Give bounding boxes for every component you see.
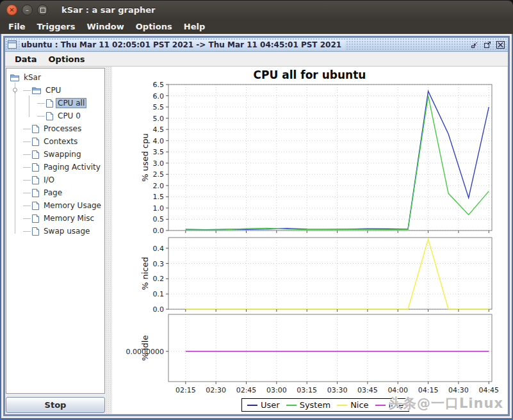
legend-swatch: [247, 405, 257, 406]
svg-text:2.5: 2.5: [153, 170, 165, 179]
frame-content: kSarCPUCPU allCPU 0ProcessesContextsSwap…: [5, 67, 508, 414]
menu-file[interactable]: File: [3, 20, 31, 33]
menu-window[interactable]: Window: [81, 20, 130, 33]
svg-text:0.2: 0.2: [153, 275, 165, 283]
svg-text:6.0: 6.0: [153, 92, 165, 101]
maximize-icon: [40, 8, 45, 13]
frame-maximize-icon[interactable]: [483, 40, 492, 49]
svg-text:02:30: 02:30: [206, 386, 226, 394]
svg-text:0.1: 0.1: [153, 290, 165, 298]
tree-item-cpu-0[interactable]: CPU 0: [6, 109, 104, 122]
window-title: kSar : a sar grapher: [61, 5, 155, 15]
menu-options[interactable]: Options: [130, 20, 178, 33]
cpu-niced-chart: 0.00.10.20.30.4% niced: [112, 235, 507, 313]
document-icon: [31, 201, 40, 211]
svg-text:04:15: 04:15: [418, 386, 439, 394]
frame-minimize-icon[interactable]: [470, 40, 479, 49]
tree-item-cpu-all[interactable]: CPU all: [6, 97, 104, 109]
frame-menubar: DataOptions: [5, 52, 508, 67]
tree: kSarCPUCPU allCPU 0ProcessesContextsSwap…: [6, 69, 104, 238]
svg-text:3.5: 3.5: [153, 148, 165, 156]
tree-item-swap-usage[interactable]: Swap usage: [6, 225, 104, 238]
frame-close-icon[interactable]: [496, 40, 505, 49]
chart-panel: CPU all for ubuntu 0.00.51.01.52.02.53.0…: [112, 67, 507, 414]
tree-connector: [23, 206, 31, 206]
svg-text:2.0: 2.0: [153, 182, 165, 190]
frame-title: ubuntu : Thu Mar 11 02:05:01 PST 2021 ->…: [20, 40, 345, 50]
tree-item-page[interactable]: Page: [6, 186, 104, 199]
document-icon: [31, 137, 40, 147]
svg-text:4.0: 4.0: [153, 137, 165, 145]
folder-icon: [31, 86, 42, 95]
svg-text:1.0: 1.0: [153, 204, 165, 213]
tree-item-ksar[interactable]: kSar: [6, 71, 104, 84]
legend-label: User: [261, 400, 280, 410]
document-icon: [31, 227, 40, 236]
svg-text:04:30: 04:30: [448, 386, 469, 394]
frame-icon: [8, 40, 17, 49]
tree-item-memory-usage[interactable]: Memory Usage: [6, 199, 104, 212]
tree-item-contexts[interactable]: Contexts: [6, 135, 104, 148]
svg-text:03:30: 03:30: [327, 386, 348, 394]
tree-item-label: Swap usage: [42, 226, 92, 236]
minimize-button[interactable]: –: [22, 4, 33, 15]
document-icon: [31, 150, 40, 159]
splitpane-divider[interactable]: [106, 67, 111, 414]
tree-item-i-o[interactable]: I/O: [6, 174, 104, 186]
frame-controls: [470, 40, 505, 49]
watermark: 头条@一口Linux: [389, 394, 503, 412]
tree-connector: [23, 167, 31, 168]
legend-item-system: System: [286, 400, 330, 410]
tree-item-cpu[interactable]: CPU: [6, 84, 104, 97]
tree-connector: [23, 129, 31, 129]
stop-button[interactable]: Stop: [6, 397, 105, 413]
menu-help[interactable]: Help: [178, 20, 211, 33]
svg-text:02:15: 02:15: [175, 386, 196, 394]
svg-text:02:45: 02:45: [236, 386, 257, 394]
svg-text:03:15: 03:15: [297, 386, 317, 394]
svg-text:% niced: % niced: [140, 257, 150, 290]
os-titlebar: ✕ – kSar : a sar grapher: [0, 0, 513, 19]
tree-connector: [23, 141, 31, 142]
svg-text:0.0: 0.0: [153, 305, 165, 313]
svg-text:0.5: 0.5: [153, 215, 165, 223]
document-icon: [31, 163, 40, 172]
tree-item-label: Memory Misc: [42, 213, 96, 223]
tree-expand-handle[interactable]: [12, 87, 19, 96]
tree-connector: [23, 218, 31, 219]
folder-icon: [10, 74, 20, 82]
tree-item-processes[interactable]: Processes: [6, 122, 104, 135]
legend-swatch: [375, 405, 386, 406]
document-icon: [31, 175, 40, 185]
app-menubar: FileTriggersWindowOptionsHelp: [0, 19, 513, 34]
tree-item-swapping[interactable]: Swapping: [6, 148, 104, 161]
tree-connector: [37, 103, 45, 104]
frame-menu-options[interactable]: Options: [43, 53, 91, 65]
tree-item-label: Swapping: [42, 149, 83, 159]
menu-triggers[interactable]: Triggers: [31, 20, 81, 33]
svg-text:0.3: 0.3: [153, 260, 165, 268]
tree-connector: [37, 116, 45, 117]
svg-text:03:45: 03:45: [357, 386, 378, 394]
document-icon: [31, 214, 40, 223]
tree-item-memory-misc[interactable]: Memory Misc: [6, 212, 104, 225]
tree-item-paging-activity[interactable]: Paging Activity: [6, 161, 104, 174]
tree-item-label: Contexts: [42, 136, 79, 147]
cpu-idle-chart: 0.0000000% idle02:1502:3002:4503:0003:15…: [112, 313, 507, 397]
legend-item-nice: Nice: [337, 400, 368, 410]
svg-text:1.5: 1.5: [153, 193, 165, 201]
tree-item-label: CPU 0: [56, 111, 83, 121]
frame-titlebar[interactable]: ubuntu : Thu Mar 11 02:05:01 PST 2021 ->…: [5, 38, 508, 52]
document-icon: [31, 124, 40, 134]
tree-guide-line: [15, 83, 15, 234]
screen: { "window": { "title": "kSar : a sar gra…: [0, 0, 513, 420]
close-button[interactable]: ✕: [6, 4, 17, 15]
svg-text:5.0: 5.0: [153, 115, 165, 123]
tree-connector: [23, 154, 31, 155]
maximize-button[interactable]: [37, 4, 48, 15]
tree-connector: [23, 180, 31, 181]
tree-guide-line: [29, 95, 29, 117]
tree-item-label: Paging Activity: [42, 162, 102, 172]
svg-text:04:00: 04:00: [387, 386, 408, 394]
frame-menu-data[interactable]: Data: [9, 53, 43, 65]
